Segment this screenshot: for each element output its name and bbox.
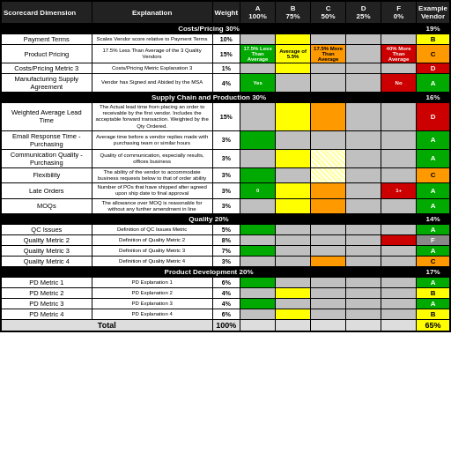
explanation-cell: Average time before a vendor replies mad… xyxy=(92,130,212,149)
score-cell-b xyxy=(276,224,311,234)
score-cell-a xyxy=(240,309,276,319)
dimension-cell: MOQs xyxy=(1,198,92,213)
score-cell-a xyxy=(240,130,276,149)
score-cell-f xyxy=(381,298,417,309)
score-cell-c xyxy=(311,149,346,167)
score-cell-c xyxy=(311,234,346,245)
score-cell-d xyxy=(346,74,381,93)
score-cell-b: Average of 5.5% xyxy=(276,45,311,63)
explanation-cell: Definition of Quality Metric 4 xyxy=(92,256,212,266)
explanation-cell: 17.5% Less Than Average of the 3 Quality… xyxy=(92,45,212,63)
score-cell-f xyxy=(381,149,417,167)
example-score-cell: D xyxy=(417,63,450,74)
score-cell-b xyxy=(276,74,311,93)
score-cell-b xyxy=(276,277,311,287)
score-cell-b xyxy=(276,256,311,266)
example-score-cell: C xyxy=(417,256,450,266)
score-cell-d xyxy=(346,309,381,319)
example-score-cell: F xyxy=(417,234,450,245)
table-row: Weighted Average Lead TimeThe Actual lea… xyxy=(1,103,450,131)
score-cell-a xyxy=(240,245,276,256)
score-cell-f xyxy=(381,34,417,45)
example-score-cell: A xyxy=(417,298,450,309)
example-score-cell: D xyxy=(417,103,450,131)
section-name-2: Quality 20% xyxy=(1,213,417,224)
explanation-cell: PD Explanation 1 xyxy=(92,277,212,287)
section-header-3: Product Development 20%17% xyxy=(1,266,450,277)
score-cell-a xyxy=(240,256,276,266)
dimension-cell: PD Metric 3 xyxy=(1,298,92,309)
explanation-cell: Scales Vendor score relative to Payment … xyxy=(92,34,212,45)
score-cell-d xyxy=(346,34,381,45)
score-cell-c xyxy=(311,103,346,131)
total-row: Total100%65% xyxy=(1,319,450,331)
score-cell-f xyxy=(381,167,417,182)
section-header-0: Costs/Pricing 30%19% xyxy=(1,24,450,34)
dimension-cell: PD Metric 2 xyxy=(1,287,92,298)
score-cell-a xyxy=(240,277,276,287)
dimension-cell: QC Issues xyxy=(1,224,92,234)
weight-cell: 7% xyxy=(212,245,240,256)
dimension-cell: PD Metric 1 xyxy=(1,277,92,287)
example-score-cell: C xyxy=(417,45,450,63)
table-row: Communication Quality - PurchasingQualit… xyxy=(1,149,450,167)
score-cell-c xyxy=(311,245,346,256)
score-cell-c xyxy=(311,130,346,149)
score-cell-c xyxy=(311,256,346,266)
score-cell-a xyxy=(240,63,276,74)
explanation-cell: Number of POs that have shipped after ag… xyxy=(92,183,212,198)
weight-cell: 5% xyxy=(212,224,240,234)
score-cell-f xyxy=(381,234,417,245)
section-name-3: Product Development 20% xyxy=(1,266,417,277)
score-cell-b xyxy=(276,34,311,45)
score-cell-f xyxy=(381,103,417,131)
score-cell-b xyxy=(276,63,311,74)
table-row: MOQsThe allowance over MOQ is reasonable… xyxy=(1,198,450,213)
score-cell-d xyxy=(346,256,381,266)
score-cell-c: 17.5% More Than Average xyxy=(311,45,346,63)
dimension-cell: Late Orders xyxy=(1,183,92,198)
dimension-cell: Product Pricing xyxy=(1,45,92,63)
score-cell-b xyxy=(276,298,311,309)
example-score-cell: A xyxy=(417,198,450,213)
score-cell-f xyxy=(381,256,417,266)
table-row: Quality Metric 4Definition of Quality Me… xyxy=(1,256,450,266)
explanation-cell: The allowance over MOQ is reasonable for… xyxy=(92,198,212,213)
score-cell-d xyxy=(346,234,381,245)
scorecard-table: Scorecard Dimension Explanation Weight A… xyxy=(0,0,451,332)
col-header-explanation: Explanation xyxy=(92,1,212,24)
col-header-c: C 50% xyxy=(311,1,346,24)
dimension-cell: Email Response Time - Purchasing xyxy=(1,130,92,149)
section-name-1: Supply Chain and Production 30% xyxy=(1,93,417,103)
weight-cell: 4% xyxy=(212,287,240,298)
table-row: PD Metric 3PD Explanation 34%A xyxy=(1,298,450,309)
table-row: Product Pricing17.5% Less Than Average o… xyxy=(1,45,450,63)
dimension-cell: Manufacturing Supply Agreement xyxy=(1,74,92,93)
example-score-cell: B xyxy=(417,34,450,45)
total-score-empty xyxy=(311,319,346,331)
score-cell-b xyxy=(276,130,311,149)
weight-cell: 4% xyxy=(212,298,240,309)
score-cell-c xyxy=(311,277,346,287)
score-cell-f xyxy=(381,198,417,213)
score-cell-a: 0 xyxy=(240,183,276,198)
header-row: Scorecard Dimension Explanation Weight A… xyxy=(1,1,450,24)
explanation-cell: Costs/Pricing Metric Explanation 3 xyxy=(92,63,212,74)
dimension-cell: Costs/Pricing Metric 3 xyxy=(1,63,92,74)
table-row: Quality Metric 2Definition of Quality Me… xyxy=(1,234,450,245)
example-score-cell: B xyxy=(417,309,450,319)
score-cell-d xyxy=(346,183,381,198)
table-row: Quality Metric 3Definition of Quality Me… xyxy=(1,245,450,256)
example-score-cell: C xyxy=(417,167,450,182)
explanation-cell: Vendor has Signed and Abided by the MSA xyxy=(92,74,212,93)
score-cell-d xyxy=(346,130,381,149)
score-cell-c xyxy=(311,74,346,93)
score-cell-b xyxy=(276,167,311,182)
explanation-cell: PD Explanation 4 xyxy=(92,309,212,319)
section-score-2: 14% xyxy=(417,213,450,224)
col-header-scorecard: Scorecard Dimension xyxy=(1,1,92,24)
score-cell-d xyxy=(346,63,381,74)
score-cell-c xyxy=(311,183,346,198)
score-cell-f xyxy=(381,245,417,256)
score-cell-c xyxy=(311,63,346,74)
